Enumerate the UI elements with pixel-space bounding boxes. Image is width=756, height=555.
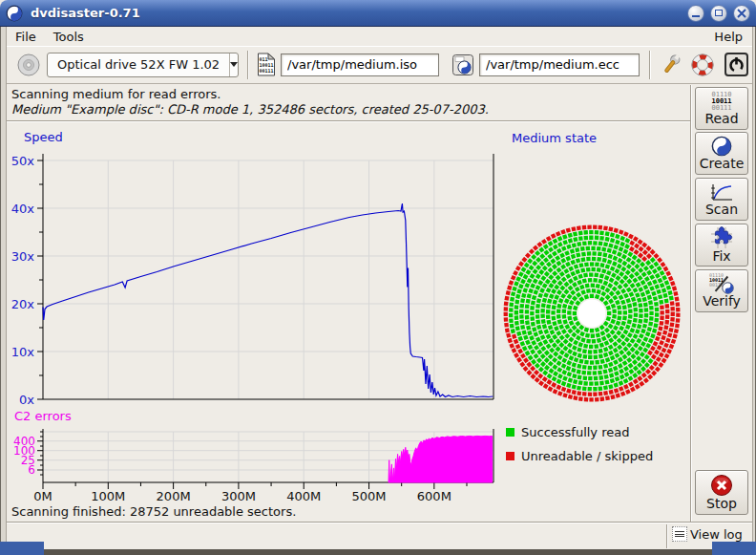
iso-path-input[interactable]: [281, 53, 439, 76]
toolbar-separator: [247, 51, 249, 79]
close-button[interactable]: [733, 5, 750, 22]
scan-button[interactable]: Scan: [695, 178, 748, 221]
app-icon: [6, 5, 23, 22]
create-button[interactable]: Create: [695, 132, 748, 175]
window-border-left: [0, 27, 7, 549]
svg-text:500M: 500M: [352, 489, 387, 503]
medium-state-legend: Successfully read Unreadable / skipped: [506, 420, 653, 468]
legend-item-read: Successfully read: [506, 420, 653, 444]
svg-text:30x: 30x: [11, 249, 35, 264]
quit-button[interactable]: [724, 52, 749, 77]
curve-chart-icon: [709, 182, 734, 203]
svg-text:100: 100: [13, 444, 35, 458]
menubar: File Tools Help: [7, 27, 752, 46]
puzzle-piece-icon: [709, 226, 734, 249]
red-swatch-icon: [506, 452, 514, 460]
menu-file[interactable]: File: [7, 29, 45, 45]
app-window: dvdisaster-0.71 File Tools Help Optical …: [0, 0, 756, 555]
titlebar[interactable]: dvdisaster-0.71: [0, 0, 756, 27]
svg-text:25: 25: [21, 454, 35, 467]
svg-text:10x: 10x: [11, 345, 35, 359]
view-log-button[interactable]: View log: [672, 526, 743, 542]
log-list-icon: [672, 526, 687, 542]
stop-icon: [710, 474, 733, 497]
binary-read-icon: 01110 10011 00111: [711, 92, 731, 112]
svg-text:0M: 0M: [33, 489, 52, 503]
minimize-button[interactable]: [687, 5, 704, 22]
medium-state-disc: [500, 222, 685, 405]
chevron-down-icon: [230, 62, 238, 67]
read-button[interactable]: 01110 10011 00111 Read: [695, 87, 748, 130]
combo-arrow-box[interactable]: [229, 53, 238, 76]
help-button[interactable]: [689, 52, 716, 78]
svg-text:40x: 40x: [11, 202, 35, 216]
window-border-bottom: [0, 549, 756, 555]
minimize-icon: [692, 15, 700, 17]
footer-status: Scanning finished: 28752 unreadable sect…: [11, 504, 296, 519]
lifebuoy-icon: [692, 53, 713, 75]
speed-chart-title: Speed: [24, 130, 63, 144]
svg-text:6: 6: [28, 463, 35, 477]
svg-text:100M: 100M: [91, 489, 125, 503]
preferences-button[interactable]: [659, 52, 683, 78]
verify-compare-icon: 01110 10011 00111: [709, 273, 734, 294]
c2-chart-title: C2 errors: [14, 409, 72, 423]
window-title: dvdisaster-0.71: [31, 6, 140, 20]
ecc-path-input[interactable]: [479, 53, 640, 76]
menu-help[interactable]: Help: [704, 29, 752, 45]
svg-text:50x: 50x: [11, 154, 35, 168]
toolbar-separator: [649, 51, 651, 79]
legend-item-unreadable: Unreadable / skipped: [506, 444, 653, 468]
svg-text:200M: 200M: [157, 489, 191, 503]
separator: [7, 120, 690, 122]
footer-separator: [666, 524, 668, 548]
drive-icon: [16, 53, 41, 77]
window-border-right: [752, 27, 756, 549]
drive-selector[interactable]: Optical drive 52X FW 1.02: [47, 53, 239, 77]
svg-text:20x: 20x: [11, 297, 35, 311]
yinyang-icon: [711, 136, 732, 157]
wrench-icon: [662, 53, 682, 75]
maximize-button[interactable]: [710, 5, 727, 22]
toolbar: Optical drive 52X FW 1.02 011 10011 0011…: [7, 46, 752, 84]
svg-text:00111: 00111: [260, 68, 274, 74]
status-message: Scanning medium for read errors.: [11, 87, 220, 101]
stop-button[interactable]: Stop: [695, 470, 748, 515]
svg-text:400M: 400M: [286, 489, 321, 503]
medium-info: Medium "Example disc": CD-R mode 1, 3524…: [11, 102, 489, 117]
iso-image-icon: 011 10011 00111: [257, 53, 276, 76]
separator: [7, 522, 752, 523]
svg-text:0x: 0x: [19, 393, 34, 407]
maximize-icon: [715, 10, 723, 16]
verify-button[interactable]: 01110 10011 00111 Verify: [695, 269, 748, 312]
close-icon: [737, 9, 746, 18]
ecc-file-icon: [452, 53, 474, 76]
menu-tools[interactable]: Tools: [45, 29, 93, 45]
power-icon: [725, 53, 747, 75]
svg-text:600M: 600M: [417, 489, 452, 503]
svg-text:300M: 300M: [221, 489, 256, 503]
medium-state-title: Medium state: [512, 131, 597, 145]
svg-text:400: 400: [13, 435, 35, 448]
green-swatch-icon: [506, 428, 514, 437]
drive-selector-value: Optical drive 52X FW 1.02: [48, 57, 229, 72]
view-log-label: View log: [690, 527, 743, 542]
fix-button[interactable]: Fix: [695, 224, 748, 267]
sidebar-separator: [690, 85, 692, 522]
